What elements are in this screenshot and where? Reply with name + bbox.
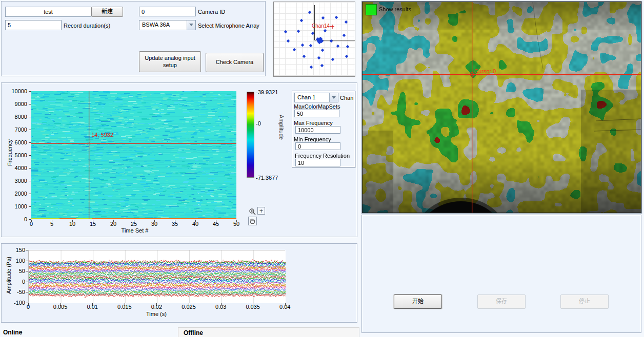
chevron-down-icon[interactable] bbox=[329, 93, 338, 102]
check-camera-button[interactable]: Check Camera bbox=[206, 53, 264, 72]
colorbar-axis-label: Amplitude bbox=[278, 115, 285, 140]
setup-panel: 新建 Record duration(s) Camera ID BSWA 36A… bbox=[1, 1, 266, 76]
tick-label: 0.025 bbox=[178, 304, 199, 310]
mic-array-value: BSWA 36A bbox=[142, 22, 170, 28]
show-results-label: Show results bbox=[379, 6, 411, 12]
min-frequency-input[interactable] bbox=[295, 142, 340, 150]
spectrogram-xlabel: Time Set # bbox=[94, 227, 176, 234]
spectrogram-panel: Frequency 100009000800070006000500040003… bbox=[1, 82, 357, 237]
result-panel: 开始 保存 停止 bbox=[361, 215, 641, 333]
tick-label: 0.04 bbox=[275, 304, 295, 310]
colorbar-max-label: -39.9321 bbox=[256, 89, 278, 95]
camera-id-label: Camera ID bbox=[198, 9, 225, 15]
tick-label: 7000 bbox=[5, 127, 27, 133]
spectrogram-plot[interactable] bbox=[31, 91, 236, 219]
tick-label: 8000 bbox=[5, 114, 27, 120]
tick-label: 0.03 bbox=[211, 304, 231, 310]
tick-label: -50 bbox=[4, 289, 25, 295]
channel-select[interactable]: Chan 1 bbox=[294, 93, 338, 102]
mic-cursor-label: Chan14 bbox=[312, 23, 330, 29]
save-button[interactable]: 保存 bbox=[477, 294, 526, 309]
tick-label: 10000 bbox=[5, 88, 27, 94]
min-frequency-label: Min Frequency bbox=[294, 136, 331, 142]
tick-label: 150 bbox=[4, 247, 25, 253]
offline-status-strip: Offline bbox=[178, 327, 359, 337]
camera-view[interactable]: Show results Cursor 0 bbox=[361, 1, 642, 214]
tick-label: 0.005 bbox=[50, 304, 71, 310]
tick-label: 0 bbox=[18, 304, 38, 310]
stop-button[interactable]: 停止 bbox=[560, 294, 609, 309]
tick-label: 9000 bbox=[5, 101, 27, 107]
frequency-resolution-input[interactable] bbox=[295, 159, 340, 166]
tick-label: 4000 bbox=[5, 165, 27, 171]
tick-label: 30 bbox=[148, 221, 160, 227]
pan-tool-icon[interactable] bbox=[248, 217, 257, 225]
channel-select-label: Chan bbox=[340, 95, 353, 101]
tick-label: 15 bbox=[87, 221, 99, 227]
tick-label: 25 bbox=[128, 221, 140, 227]
tick-label: 100 bbox=[4, 258, 25, 264]
online-status-label: Online bbox=[3, 329, 22, 336]
tick-label: 35 bbox=[169, 221, 181, 227]
zoom-tool-icon[interactable] bbox=[248, 207, 256, 216]
new-project-button[interactable]: 新建 bbox=[91, 7, 123, 17]
tick-label: 10 bbox=[66, 221, 78, 227]
mic-array-scatter bbox=[274, 2, 355, 76]
waveform-panel: Amplitude (Pa) 150100500-50-100 00.0050.… bbox=[1, 243, 357, 323]
record-duration-label: Record duration(s) bbox=[64, 23, 110, 29]
colorbar-min-label: -71.3677 bbox=[256, 175, 278, 181]
app-window: { "setup": { "project": "test", "new_but… bbox=[0, 0, 644, 337]
tick-label: 50 bbox=[230, 221, 243, 227]
project-name-input[interactable] bbox=[5, 7, 91, 17]
amplitude-colorbar bbox=[247, 92, 254, 178]
maxcolormapsets-input[interactable] bbox=[294, 110, 339, 117]
tick-label: 0.02 bbox=[146, 304, 167, 310]
tick-label: 5000 bbox=[5, 152, 27, 158]
record-duration-input[interactable] bbox=[5, 20, 62, 30]
start-button[interactable]: 开始 bbox=[394, 294, 442, 309]
max-frequency-input[interactable] bbox=[295, 126, 340, 134]
update-analog-input-button[interactable]: Update analog input setup bbox=[139, 51, 201, 72]
waveform-xlabel: Time (s) bbox=[115, 311, 197, 317]
tick-label: 50 bbox=[4, 268, 25, 274]
max-frequency-label: Max Frequency bbox=[294, 120, 333, 126]
frequency-resolution-label: Frequency Resolution bbox=[295, 153, 350, 159]
tick-label: 5 bbox=[46, 221, 58, 227]
tick-label: 6000 bbox=[5, 139, 27, 145]
tick-label: 0 bbox=[4, 279, 25, 285]
tick-label: 1000 bbox=[5, 203, 27, 209]
camera-id-input[interactable] bbox=[139, 7, 196, 16]
offline-status-label: Offline bbox=[184, 329, 203, 336]
show-results-checkbox[interactable] bbox=[366, 4, 377, 15]
tick-label: 2000 bbox=[5, 191, 27, 197]
mic-array-label: Select Microphone Array bbox=[198, 23, 259, 29]
tick-label: 40 bbox=[189, 221, 202, 227]
waveform-plot[interactable] bbox=[28, 250, 285, 303]
tick-label: 0.015 bbox=[114, 304, 135, 310]
cursor-tool-icon[interactable]: + bbox=[257, 207, 265, 215]
spectrogram-cursor-readout: 14, 5932 bbox=[91, 132, 113, 138]
mic-array-select[interactable]: BSWA 36A bbox=[139, 20, 196, 30]
colorbar-mid-label: -0 bbox=[256, 120, 261, 127]
tick-label: 3000 bbox=[5, 178, 27, 184]
maxcolormapsets-label: MaxColorMapSets bbox=[294, 103, 340, 110]
tick-label: 0.035 bbox=[243, 304, 263, 310]
chevron-down-icon[interactable] bbox=[187, 20, 195, 30]
channel-select-value: Chan 1 bbox=[297, 94, 315, 100]
camera-cursor-label: Cursor 0 bbox=[474, 68, 496, 74]
tick-label: 20 bbox=[107, 221, 119, 227]
tick-label: 0.01 bbox=[82, 304, 103, 310]
tick-label: 45 bbox=[210, 221, 222, 227]
tick-label: 0 bbox=[25, 221, 37, 227]
analysis-controls-panel: Chan 1 Chan MaxColorMapSets Max Frequenc… bbox=[292, 91, 355, 167]
mic-array-plot: Chan14 bbox=[273, 2, 355, 77]
tick-label: 0 bbox=[5, 216, 27, 222]
